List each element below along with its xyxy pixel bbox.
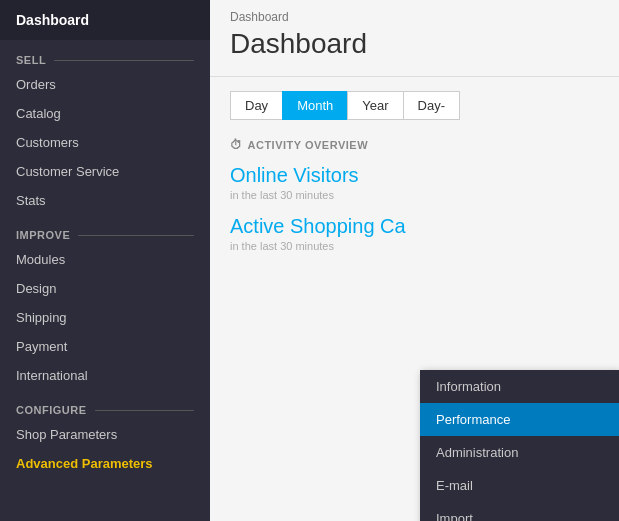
dropdown-item-performance[interactable]: Performance: [420, 403, 619, 436]
sidebar-section-configure: CONFIGURE: [0, 390, 210, 420]
sidebar-dashboard-label: Dashboard: [16, 12, 89, 28]
tab-bar: Day Month Year Day-: [210, 77, 619, 120]
dropdown-item-administration[interactable]: Administration: [420, 436, 619, 469]
dropdown-item-email[interactable]: E-mail: [420, 469, 619, 502]
dropdown-menu: Information Performance Administration E…: [420, 370, 619, 521]
online-visitors-subtitle: in the last 30 minutes: [230, 189, 599, 201]
sidebar-item-modules[interactable]: Modules: [0, 245, 210, 274]
dropdown-item-information[interactable]: Information: [420, 370, 619, 403]
sidebar-item-catalog[interactable]: Catalog: [0, 99, 210, 128]
sidebar-item-international[interactable]: International: [0, 361, 210, 390]
sidebar-dashboard-header[interactable]: Dashboard: [0, 0, 210, 40]
online-visitors-title: Online Visitors: [230, 164, 599, 187]
sidebar: Dashboard SELL Orders Catalog Customers …: [0, 0, 210, 521]
page-title: Dashboard: [210, 24, 619, 77]
dropdown-item-import[interactable]: Import: [420, 502, 619, 521]
tab-day-range[interactable]: Day-: [403, 91, 460, 120]
sidebar-item-payment[interactable]: Payment: [0, 332, 210, 361]
main-content: Dashboard Dashboard Day Month Year Day- …: [210, 0, 619, 521]
breadcrumb: Dashboard: [210, 0, 619, 24]
activity-section: ACTIVITY OVERVIEW Online Visitors in the…: [210, 120, 619, 252]
sidebar-item-customers[interactable]: Customers: [0, 128, 210, 157]
sidebar-item-customer-service[interactable]: Customer Service: [0, 157, 210, 186]
sidebar-item-orders[interactable]: Orders: [0, 70, 210, 99]
tab-month[interactable]: Month: [282, 91, 347, 120]
tab-year[interactable]: Year: [347, 91, 402, 120]
active-shopping-subtitle: in the last 30 minutes: [230, 240, 599, 252]
active-shopping-title: Active Shopping Ca: [230, 215, 599, 238]
sidebar-item-stats[interactable]: Stats: [0, 186, 210, 215]
sidebar-item-shipping[interactable]: Shipping: [0, 303, 210, 332]
sidebar-item-design[interactable]: Design: [0, 274, 210, 303]
activity-overview-label: ACTIVITY OVERVIEW: [230, 138, 599, 152]
sidebar-section-sell: SELL: [0, 40, 210, 70]
sidebar-item-shop-parameters[interactable]: Shop Parameters: [0, 420, 210, 449]
sidebar-item-advanced-parameters[interactable]: Advanced Parameters: [0, 449, 210, 478]
sidebar-section-improve: IMPROVE: [0, 215, 210, 245]
tab-day[interactable]: Day: [230, 91, 282, 120]
